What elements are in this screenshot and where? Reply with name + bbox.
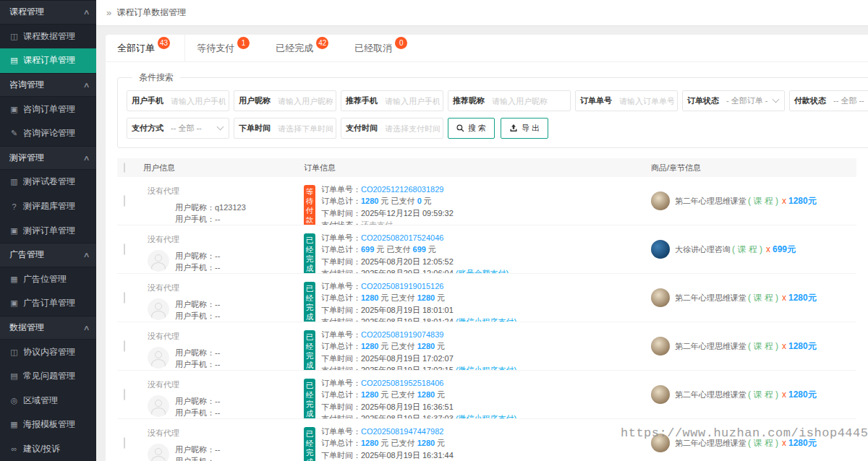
search-field: 推荐昵称 <box>448 90 571 111</box>
select-value: - 全部订单 - <box>726 95 767 106</box>
order-total-line: 订单总计：1280 元 已支付 1280 元 <box>321 292 516 303</box>
sidebar-entry[interactable]: ▦ 广告位管理 <box>0 267 96 292</box>
sidebar-entry[interactable]: 数据管理 ∧ <box>0 316 96 340</box>
product-info-cell: 第二年心理思维课堂 ( 课 程 ) x 1280元 <box>651 280 856 322</box>
row-checkbox[interactable] <box>124 340 125 352</box>
order-status-badge: 已经完成 <box>304 379 315 419</box>
nav-item-label: 咨询订单管理 <box>23 103 75 116</box>
user-phone: 用户手机：-- <box>175 358 220 370</box>
tab[interactable]: 等待支付 1 <box>185 35 264 61</box>
sidebar-entry[interactable]: ◫ 协议内容管理 <box>0 340 96 364</box>
sidebar-entry[interactable]: 咨询管理 ∧ <box>0 73 96 98</box>
pay-method-link[interactable]: (账号余额支付) <box>456 269 509 274</box>
search-input[interactable] <box>382 91 443 111</box>
field-label: 付款状态 <box>790 91 830 111</box>
user-avatar <box>148 444 169 461</box>
tab[interactable]: 已经取消 0 <box>343 35 422 61</box>
field-label: 推荐手机 <box>341 91 382 111</box>
row-checkbox[interactable] <box>124 292 125 303</box>
tab-count-badge: 1 <box>237 37 250 49</box>
order-number-line: 订单单号：CO2025081919015126 <box>321 280 516 292</box>
order-number-link[interactable]: CO2025081947447982 <box>361 427 443 436</box>
sidebar-entry[interactable]: ▣ 测评订单管理 <box>0 218 96 243</box>
sidebar-entry[interactable]: ◫ 课程数据管理 <box>0 25 96 49</box>
order-total-line: 订单总计：699 元 已支付 699 元 <box>321 244 509 255</box>
sidebar-entry[interactable]: 课程管理 ∧ <box>0 0 96 25</box>
pay-method-link[interactable]: (微信小程序支付) <box>456 414 516 419</box>
export-button[interactable]: 导 出 <box>501 118 548 139</box>
search-input[interactable] <box>168 91 229 111</box>
user-info-cell: 没有代理 用户昵称：q123123 用户手机：-- <box>143 184 304 225</box>
field-label: 用户手机 <box>127 91 168 111</box>
sidebar-entry[interactable]: ? 测评题库管理 <box>0 194 96 219</box>
select-control[interactable]: -- 全部 -- <box>830 95 868 106</box>
select-control[interactable]: - 全部订单 - <box>723 95 784 106</box>
search-input[interactable] <box>275 119 336 138</box>
sidebar-entry[interactable]: ✎ 咨询评论管理 <box>0 121 96 146</box>
nav-item-icon: ▣ <box>9 105 19 114</box>
nav-item-icon: ◫ <box>9 32 19 41</box>
agent-status: 没有代理 <box>148 428 304 439</box>
sidebar-entry[interactable]: ◎ 区域管理 <box>0 389 96 413</box>
tab-label: 等待支付 <box>197 42 234 55</box>
sidebar-entry[interactable]: ▤ 课程订单管理 <box>0 48 96 73</box>
nav-item-label: 测评题库管理 <box>23 200 75 212</box>
select-value: -- 全部 -- <box>833 95 864 106</box>
nav-item-label: 广告管理 <box>9 249 44 261</box>
sidebar-entry[interactable]: ∞ 建议/投诉 <box>0 437 96 461</box>
sidebar-entry[interactable]: ▣ 广告订单管理 <box>0 291 96 316</box>
pay-method-link[interactable]: (微信小程序支付) <box>456 366 516 371</box>
quantity-separator: x <box>782 341 786 351</box>
pay-method-link[interactable]: (微信小程序支付) <box>456 317 516 322</box>
sidebar-entry[interactable]: ▤ 常见问题管理 <box>0 364 96 389</box>
tab-label: 全部订单 <box>117 42 155 55</box>
nav-item-icon: ◎ <box>9 396 19 405</box>
chevron-up-icon: ∧ <box>82 8 90 16</box>
chevron-up-icon: ∧ <box>82 154 90 162</box>
export-icon <box>509 124 518 132</box>
sidebar-entry[interactable]: ▥ 测评试卷管理 <box>0 170 96 194</box>
nav-item-icon: ∞ <box>9 444 19 453</box>
order-number-link[interactable]: CO2025081919074839 <box>361 330 443 339</box>
nav-item-icon: ▤ <box>9 56 19 65</box>
product-info-cell: 大徐讲心理咨询 ( 课 程 ) x 699元 <box>651 232 856 273</box>
row-checkbox[interactable] <box>124 437 125 449</box>
tab-count-badge: 42 <box>316 37 328 49</box>
search-button[interactable]: 搜 索 <box>448 118 495 139</box>
sidebar-entry[interactable]: 测评管理 ∧ <box>0 146 96 171</box>
search-input[interactable] <box>382 119 443 138</box>
nav-item-label: 数据管理 <box>9 322 44 334</box>
row-checkbox[interactable] <box>124 244 125 255</box>
order-status-tabs: 全部订单 43 等待支付 1 已经完成 42 已经取消 0 <box>106 35 868 62</box>
search-button-label: 搜 索 <box>468 123 486 134</box>
user-info-cell: 没有代理 用户昵称：-- 用户手机：-- <box>143 426 304 461</box>
product-thumbnail <box>651 434 670 452</box>
search-input[interactable] <box>489 91 570 111</box>
order-number-link[interactable]: CO2025121268031829 <box>361 185 443 194</box>
user-avatar <box>148 250 169 272</box>
table-row: 没有代理 用户昵称：q123123 用户手机：-- 等待付款 订单单号：CO20… <box>117 177 856 225</box>
row-checkbox[interactable] <box>124 195 125 207</box>
search-input[interactable] <box>616 91 677 111</box>
nav-item-icon: ? <box>9 202 19 211</box>
order-number-link[interactable]: CO2025082017524046 <box>361 233 443 242</box>
tab[interactable]: 已经完成 42 <box>264 35 343 61</box>
product-name: 大徐讲心理咨询 <box>675 244 731 255</box>
user-phone: 用户手机：-- <box>175 407 220 418</box>
select-control[interactable]: -- 全部 -- <box>168 123 229 134</box>
select-all-checkbox[interactable] <box>124 163 125 173</box>
order-number-link[interactable]: CO2025081919015126 <box>361 282 443 290</box>
order-status-badge: 已经完成 <box>304 427 315 461</box>
sidebar-entry[interactable]: ▣ 咨询订单管理 <box>0 97 96 121</box>
order-number-link[interactable]: CO2025081952518406 <box>361 379 443 387</box>
nav-item-icon: ✎ <box>9 129 19 138</box>
row-checkbox[interactable] <box>124 389 125 400</box>
search-input[interactable] <box>275 91 336 111</box>
search-fieldset: 条件搜索 用户手机 用户昵称 <box>117 72 868 148</box>
product-name: 第二年心理思维课堂 <box>675 341 746 352</box>
quantity-separator: x <box>782 389 786 400</box>
sidebar-entry[interactable]: 广告管理 ∧ <box>0 243 96 267</box>
user-phone: 用户手机：-- <box>175 262 220 273</box>
tab[interactable]: 全部订单 43 <box>106 35 185 61</box>
sidebar-entry[interactable]: ▦ 海报模板管理 <box>0 413 96 437</box>
